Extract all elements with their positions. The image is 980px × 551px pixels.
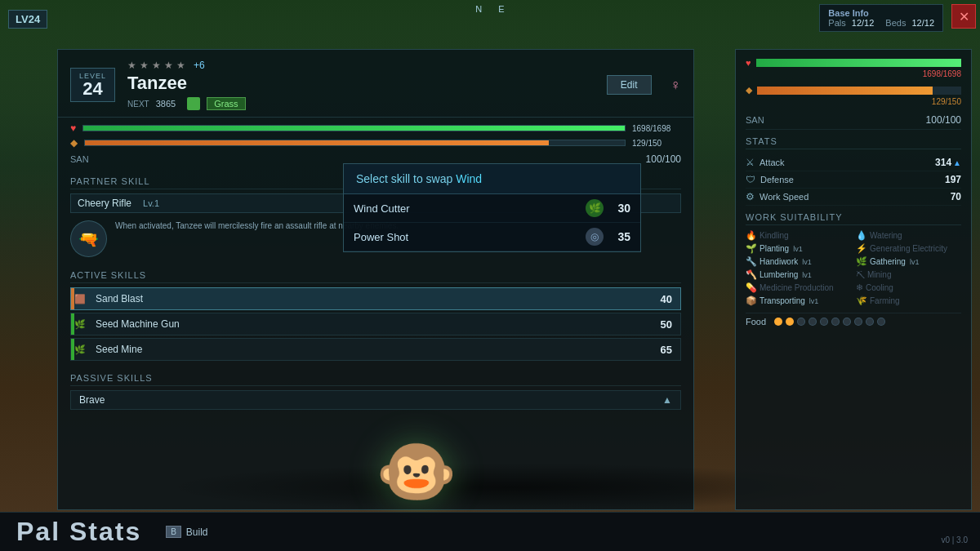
next-row: NEXT 3865 Grass bbox=[127, 97, 595, 110]
cooling-icon: ❄ bbox=[856, 282, 863, 293]
stam-current: 129 bbox=[632, 139, 646, 148]
planting-icon: 🌱 bbox=[746, 243, 757, 254]
build-button[interactable]: B Build bbox=[166, 526, 207, 538]
work-planting: 🌱 Planting lv1 bbox=[746, 243, 851, 254]
seed-machine-gun-power: 50 bbox=[656, 318, 680, 331]
farming-icon: 🌾 bbox=[856, 295, 867, 306]
star-5: ★ bbox=[176, 60, 185, 71]
food-slot-9 bbox=[866, 318, 874, 326]
close-button[interactable]: ✕ bbox=[951, 4, 976, 29]
defense-row: 🛡 Defense 197 bbox=[746, 171, 961, 189]
san-max: 100 bbox=[665, 153, 681, 165]
power-shot-type-icon: ◎ bbox=[586, 228, 604, 246]
transporting-label: Transporting bbox=[760, 296, 805, 305]
right-san-row: SAN 100/100 bbox=[746, 111, 961, 130]
sand-blast-power: 40 bbox=[656, 293, 680, 305]
work-grid: 🔥 Kindling 💧 Watering 🌱 Planting lv1 ⚡ G… bbox=[746, 230, 961, 306]
defense-icon: 🛡 bbox=[746, 174, 755, 185]
work-speed-label: Work Speed bbox=[760, 192, 951, 202]
right-stam-fill bbox=[757, 87, 933, 95]
right-hp-fill bbox=[756, 59, 961, 67]
work-cooling: ❄ Cooling bbox=[856, 282, 961, 293]
next-val: 3865 bbox=[156, 99, 176, 109]
stam-max: 150 bbox=[648, 139, 662, 148]
lv-value: 24 bbox=[29, 13, 40, 25]
handiwork-lv: lv1 bbox=[802, 258, 812, 266]
stam-bar-track bbox=[84, 140, 626, 146]
stam-text: 129/150 bbox=[632, 139, 681, 148]
modal-skill-wind-cutter[interactable]: Wind Cutter 🌿 30 bbox=[344, 194, 640, 223]
hp-current: 1698 bbox=[632, 124, 650, 133]
seed-mine-type-icon: 🌿 bbox=[74, 344, 86, 355]
pals-value: 12/12 bbox=[852, 18, 875, 28]
lumbering-lv: lv1 bbox=[802, 271, 812, 279]
gathering-lv: lv1 bbox=[910, 258, 920, 266]
modal-skill-power-shot[interactable]: Power Shot ◎ 35 bbox=[344, 223, 640, 251]
stam-bar-row: ◆ 129/150 bbox=[70, 137, 681, 149]
modal-title: Select skill to swap bbox=[356, 172, 456, 185]
pals-count: Pals 12/12 bbox=[828, 18, 874, 28]
close-icon: ✕ bbox=[959, 9, 969, 24]
pal-level-box: LEVEL 24 bbox=[70, 68, 115, 102]
beds-value: 12/12 bbox=[911, 18, 934, 28]
food-row: Food bbox=[746, 313, 961, 327]
partner-skill-level: Lv.1 bbox=[143, 198, 159, 208]
star-3: ★ bbox=[152, 60, 161, 71]
pal-name-area: ★ ★ ★ ★ ★ +6 Tanzee NEXT 3865 Grass bbox=[127, 60, 595, 110]
electricity-label: Generating Electricity bbox=[870, 244, 947, 253]
work-speed-row: ⚙ Work Speed 70 bbox=[746, 189, 961, 206]
type-name: Grass bbox=[214, 99, 238, 109]
seed-machine-gun-type-icon: 🌿 bbox=[74, 319, 86, 330]
partner-skill-icon: 🔫 bbox=[70, 220, 107, 257]
type-dot-icon bbox=[187, 97, 200, 110]
food-slot-5 bbox=[820, 318, 828, 326]
partner-skill-name: Cheery Rifle bbox=[78, 198, 131, 209]
modal-subtitle: Wind bbox=[456, 172, 482, 185]
right-shield-icon: ◆ bbox=[746, 85, 752, 96]
hp-text: 1698/1698 bbox=[632, 124, 681, 133]
mining-label: Mining bbox=[867, 270, 891, 279]
medicine-label: Medicine Production bbox=[760, 283, 834, 292]
bottom-bar: Pal Stats B Build v0 | 3.0 bbox=[0, 512, 980, 551]
food-slot-3 bbox=[797, 318, 805, 326]
pal-level: 24 bbox=[79, 80, 106, 98]
lv-prefix: LV bbox=[16, 13, 29, 25]
chevron-up-icon: ▲ bbox=[662, 394, 672, 406]
cooling-label: Cooling bbox=[866, 283, 893, 292]
work-medicine: 💊 Medicine Production bbox=[746, 282, 851, 293]
stats-title: Stats bbox=[746, 136, 961, 149]
base-info-title: Base Info bbox=[828, 8, 934, 18]
pal-name: Tanzee bbox=[127, 73, 595, 94]
player-level-badge: LV24 bbox=[8, 10, 47, 29]
build-label: Build bbox=[186, 527, 208, 538]
wind-cutter-type-icon: 🌿 bbox=[586, 199, 604, 217]
heart-icon: ♥ bbox=[70, 122, 76, 134]
food-slot-4 bbox=[808, 318, 817, 326]
edit-button[interactable]: Edit bbox=[607, 75, 652, 95]
transporting-lv: lv1 bbox=[809, 297, 819, 305]
food-label: Food bbox=[746, 317, 766, 327]
page-title: Pal Stats bbox=[16, 517, 141, 547]
right-stam-bar: ◆ 129/150 bbox=[746, 85, 961, 106]
right-stam-val: 129/150 bbox=[932, 97, 961, 106]
planting-label: Planting bbox=[760, 244, 789, 253]
skill-swap-modal: Select skill to swap Wind Wind Cutter 🌿 … bbox=[343, 163, 641, 252]
defense-val: 197 bbox=[945, 174, 961, 185]
right-hp-track bbox=[756, 59, 961, 67]
attack-icon: ⚔ bbox=[746, 157, 755, 168]
food-slot-2 bbox=[786, 318, 794, 326]
right-hp-bar: ♥ 1698/1698 bbox=[746, 58, 961, 78]
pal-character: 🐵 bbox=[376, 433, 457, 510]
power-shot-power: 35 bbox=[610, 230, 630, 243]
work-lumbering: 🪓 Lumbering lv1 bbox=[746, 269, 851, 280]
star-4: ★ bbox=[164, 60, 173, 71]
wind-cutter-power: 30 bbox=[610, 202, 630, 215]
gathering-label: Gathering bbox=[870, 257, 906, 266]
shield-icon: ◆ bbox=[70, 137, 78, 149]
power-shot-name: Power Shot bbox=[354, 231, 586, 243]
right-heart-icon: ♥ bbox=[746, 58, 751, 68]
pal-header: LEVEL 24 ★ ★ ★ ★ ★ +6 Tanzee NEXT 3865 G… bbox=[58, 50, 693, 118]
hp-bar-row: ♥ 1698/1698 bbox=[70, 122, 681, 134]
gender-icon: ♀ bbox=[670, 77, 682, 94]
beds-label: Beds bbox=[885, 18, 906, 28]
